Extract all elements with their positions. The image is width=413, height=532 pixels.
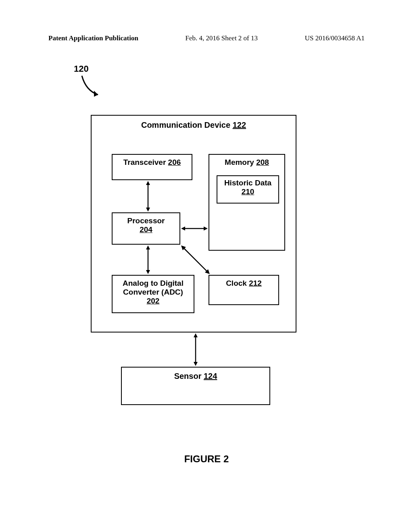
adc-box: Analog to Digital Converter (ADC) 202: [112, 275, 194, 313]
reference-arrow-icon: [79, 73, 107, 101]
clock-box: Clock 212: [209, 275, 279, 305]
historic-label: Historic Data: [224, 179, 271, 187]
header-center: Feb. 4, 2016 Sheet 2 of 13: [186, 34, 258, 42]
sensor-ref: 124: [204, 372, 217, 380]
svg-marker-11: [181, 245, 186, 250]
clock-ref: 212: [249, 279, 262, 287]
sensor-box: Sensor 124: [121, 367, 270, 405]
adc-label-1: Analog to Digital: [123, 279, 184, 288]
communication-device-box: Communication Device 122 Transceiver 206…: [91, 115, 296, 332]
comm-device-ref: 122: [233, 121, 246, 129]
sensor-label: Sensor: [174, 372, 204, 380]
svg-marker-6: [204, 227, 208, 231]
adc-ref: 202: [147, 297, 160, 305]
processor-label: Processor: [127, 216, 165, 225]
svg-line-10: [182, 247, 209, 273]
device-sensor-arrow: [192, 332, 200, 367]
transceiver-label: Transceiver: [123, 158, 168, 166]
processor-ref: 204: [140, 225, 152, 234]
historic-data-box: Historic Data 210: [217, 175, 279, 204]
processor-memory-arrow: [180, 224, 209, 233]
svg-marker-0: [94, 91, 98, 97]
comm-device-label: Communication Device: [141, 121, 233, 129]
svg-marker-5: [181, 227, 185, 231]
svg-marker-12: [205, 269, 210, 274]
memory-label: Memory: [225, 158, 256, 166]
figure-label: FIGURE 2: [0, 453, 413, 465]
clock-label: Clock: [226, 279, 249, 287]
historic-ref: 210: [242, 187, 254, 196]
svg-marker-15: [194, 362, 198, 366]
svg-marker-3: [146, 208, 150, 212]
svg-marker-9: [146, 270, 150, 274]
adc-label-2: Converter (ADC): [123, 288, 183, 297]
svg-marker-14: [194, 333, 198, 337]
page-header: Patent Application Publication Feb. 4, 2…: [0, 34, 413, 42]
transceiver-processor-arrow: [144, 180, 152, 212]
header-right: US 2016/0034658 A1: [305, 34, 365, 42]
processor-clock-arrow: [180, 245, 213, 277]
header-left: Patent Application Publication: [48, 34, 138, 42]
communication-device-title: Communication Device 122: [92, 121, 296, 130]
processor-box: Processor 204: [112, 212, 180, 245]
memory-ref: 208: [256, 158, 269, 166]
svg-marker-8: [146, 245, 150, 249]
transceiver-box: Transceiver 206: [112, 154, 192, 180]
svg-marker-2: [146, 181, 150, 185]
transceiver-ref: 206: [168, 158, 181, 166]
processor-adc-arrow: [144, 245, 152, 275]
